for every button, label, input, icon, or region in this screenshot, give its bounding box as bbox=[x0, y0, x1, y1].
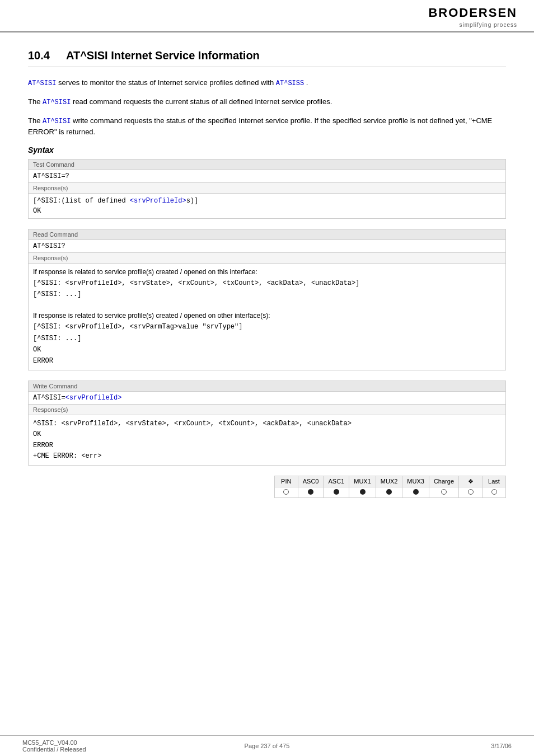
para3-text2: write command requests the status of the… bbox=[28, 116, 492, 136]
compat-mux2 bbox=[376, 487, 402, 497]
compat-header-mux3: MUX3 bbox=[402, 476, 429, 487]
write-response-header-row: Response(s) bbox=[29, 405, 506, 415]
footer: MC55_ATC_V04.00 Confidential / Released … bbox=[0, 735, 534, 756]
compat-asc0 bbox=[298, 487, 324, 497]
test-response-text: [^SISI:(list of defined <srvProfileId>s)… bbox=[29, 193, 506, 218]
test-command-table: Test Command AT^SISI=? Response(s) [^SIS… bbox=[28, 159, 506, 219]
compat-header-charge: Charge bbox=[429, 476, 458, 487]
logo-area: BRODERSEN simplifying process bbox=[428, 6, 517, 29]
section-title: AT^SISI Internet Service Information bbox=[66, 49, 260, 62]
test-command-header-label: Test Command bbox=[29, 159, 506, 170]
compat-table: PIN ASC0 ASC1 MUX1 MUX2 MUX3 Charge ❖ La… bbox=[274, 476, 506, 498]
test-command-text: AT^SISI=? bbox=[29, 170, 506, 182]
read-command-header-row: Read Command bbox=[29, 229, 506, 240]
dot-mux3 bbox=[413, 489, 419, 495]
test-response-header-label: Response(s) bbox=[29, 182, 506, 193]
compat-values-row bbox=[274, 487, 505, 497]
compat-charge bbox=[429, 487, 458, 497]
footer-status: Confidential / Released bbox=[22, 746, 185, 753]
syntax-heading: Syntax bbox=[28, 145, 506, 154]
compat-header-last: Last bbox=[483, 476, 506, 487]
write-response-header-label: Response(s) bbox=[29, 405, 506, 415]
read-command-row: AT^SISI? bbox=[29, 240, 506, 252]
dot-asc1 bbox=[334, 489, 339, 495]
code-atsiss: AT^SISS bbox=[276, 79, 304, 87]
dot-asc0 bbox=[308, 489, 313, 495]
code-atsisi-p1: AT^SISI bbox=[28, 79, 56, 87]
compat-asc1 bbox=[324, 487, 349, 497]
compat-header-mux2: MUX2 bbox=[376, 476, 402, 487]
compat-header-asc0: ASC0 bbox=[298, 476, 324, 487]
read-response-block2: [^SISI: <srvProfileId>, <srvParmTag>valu… bbox=[33, 323, 242, 342]
logo-sub: simplifying process bbox=[460, 22, 517, 28]
write-command-header-row: Write Command bbox=[29, 381, 506, 392]
dot-charge bbox=[441, 489, 447, 495]
test-command-row: AT^SISI=? bbox=[29, 170, 506, 182]
para1-text2: . bbox=[306, 78, 308, 87]
compat-header-asc1: ASC1 bbox=[324, 476, 349, 487]
code-atsisi-p2: AT^SISI bbox=[43, 98, 71, 106]
compat-mux3 bbox=[402, 487, 429, 497]
dot-special bbox=[468, 489, 474, 495]
footer-right: 3/17/06 bbox=[349, 743, 512, 749]
code-atsisi-p3: AT^SISI bbox=[43, 118, 71, 125]
read-command-text: AT^SISI? bbox=[29, 240, 506, 252]
page-container: BRODERSEN simplifying process 10.4 AT^SI… bbox=[0, 0, 534, 756]
write-command-text: AT^SISI=<srvProfileId> bbox=[29, 392, 506, 405]
read-command-header-label: Read Command bbox=[29, 229, 506, 240]
dot-last bbox=[491, 489, 497, 495]
write-response-row: ^SISI: <srvProfileId>, <srvState>, <rxCo… bbox=[29, 415, 506, 466]
footer-left: MC55_ATC_V04.00 Confidential / Released bbox=[22, 739, 185, 753]
compat-header-pin: PIN bbox=[274, 476, 298, 487]
write-response-ok: OK bbox=[33, 430, 41, 438]
read-response-header-label: Response(s) bbox=[29, 252, 506, 263]
read-response-header-row: Response(s) bbox=[29, 252, 506, 263]
footer-date: 3/17/06 bbox=[491, 743, 512, 749]
paragraph-2: The AT^SISI read command requests the cu… bbox=[28, 96, 506, 107]
compat-pin bbox=[274, 487, 298, 497]
write-command-table: Write Command AT^SISI=<srvProfileId> Res… bbox=[28, 381, 506, 466]
footer-doc-id: MC55_ATC_V04.00 bbox=[22, 739, 185, 746]
write-response-content: ^SISI: <srvProfileId>, <srvState>, <rxCo… bbox=[29, 415, 506, 466]
footer-center: Page 237 of 475 bbox=[185, 743, 348, 749]
compat-wrapper: PIN ASC0 ASC1 MUX1 MUX2 MUX3 Charge ❖ La… bbox=[28, 476, 506, 498]
read-response-block1: [^SISI: <srvProfileId>, <srvState>, <rxC… bbox=[33, 279, 359, 298]
para3-text1: The bbox=[28, 116, 43, 125]
compat-mux1 bbox=[349, 487, 376, 497]
read-response-intro2: If response is related to service profil… bbox=[33, 312, 270, 320]
section-heading: 10.4 AT^SISI Internet Service Informatio… bbox=[28, 49, 506, 67]
test-response-header-row: Response(s) bbox=[29, 182, 506, 193]
write-response-line1: ^SISI: <srvProfileId>, <srvState>, <rxCo… bbox=[33, 420, 352, 428]
compat-special bbox=[459, 487, 483, 497]
logo-text: BRODERSEN bbox=[428, 6, 517, 20]
read-response-error: ERROR bbox=[33, 357, 53, 365]
para1-text1: serves to monitor the status of Internet… bbox=[58, 78, 276, 87]
footer-page: Page 237 of 475 bbox=[245, 743, 290, 749]
compat-header-row: PIN ASC0 ASC1 MUX1 MUX2 MUX3 Charge ❖ La… bbox=[274, 476, 505, 487]
para2-text1: The bbox=[28, 97, 43, 106]
write-command-header-label: Write Command bbox=[29, 381, 506, 392]
paragraph-3: The AT^SISI write command requests the s… bbox=[28, 115, 506, 138]
compat-header-special: ❖ bbox=[459, 476, 483, 487]
read-response-row: If response is related to service profil… bbox=[29, 263, 506, 370]
write-response-error: ERROR bbox=[33, 442, 53, 449]
content-area: 10.4 AT^SISI Internet Service Informatio… bbox=[0, 38, 534, 509]
test-command-header-row: Test Command bbox=[29, 159, 506, 170]
header: BRODERSEN simplifying process bbox=[0, 0, 534, 32]
test-response-row: [^SISI:(list of defined <srvProfileId>s)… bbox=[29, 193, 506, 218]
section-number: 10.4 bbox=[28, 49, 56, 62]
read-response-ok: OK bbox=[33, 346, 41, 354]
dot-mux2 bbox=[386, 489, 392, 495]
compat-header-mux1: MUX1 bbox=[349, 476, 376, 487]
write-command-row: AT^SISI=<srvProfileId> bbox=[29, 392, 506, 405]
para2-text2: read command requests the current status… bbox=[73, 97, 332, 106]
paragraph-1: AT^SISI serves to monitor the status of … bbox=[28, 77, 506, 88]
write-response-cme: +CME ERROR: <err> bbox=[33, 452, 101, 460]
dot-pin bbox=[283, 489, 289, 495]
dot-mux1 bbox=[360, 489, 366, 495]
read-command-table: Read Command AT^SISI? Response(s) If res… bbox=[28, 229, 506, 371]
read-response-intro1: If response is related to service profil… bbox=[33, 268, 257, 276]
compat-last bbox=[483, 487, 506, 497]
read-response-content: If response is related to service profil… bbox=[29, 263, 506, 370]
